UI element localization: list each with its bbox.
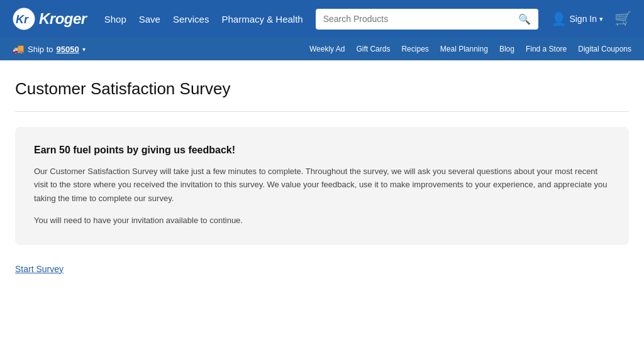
page-title: Customer Satisfaction Survey xyxy=(15,79,629,99)
survey-card: Earn 50 fuel points by giving us feedbac… xyxy=(15,127,629,245)
truck-icon: 🚚 xyxy=(13,43,25,55)
ship-chevron: ▾ xyxy=(82,46,86,53)
ship-to-area[interactable]: 🚚 Ship to 95050 ▾ xyxy=(13,43,86,55)
weekly-ad-link[interactable]: Weekly Ad xyxy=(309,45,345,53)
person-icon: 👤 xyxy=(551,11,567,26)
main-content: Customer Satisfaction Survey Earn 50 fue… xyxy=(0,60,644,299)
secondary-nav: 🚚 Ship to 95050 ▾ Weekly Ad Gift Cards R… xyxy=(0,38,644,60)
nav-shop[interactable]: Shop xyxy=(104,14,126,25)
kroger-logo-icon: Kr xyxy=(13,8,35,30)
nav-links: Shop Save Services Pharmacy & Health xyxy=(104,14,303,25)
svg-text:Kr: Kr xyxy=(16,13,29,26)
gift-cards-link[interactable]: Gift Cards xyxy=(356,45,390,53)
top-nav: Kr Kroger Shop Save Services Pharmacy & … xyxy=(0,0,644,38)
search-bar: 🔍 xyxy=(316,9,539,30)
sign-in-label: Sign In xyxy=(569,14,597,24)
brand-name: Kroger xyxy=(39,10,87,28)
nav-save[interactable]: Save xyxy=(139,14,160,25)
start-survey-link[interactable]: Start Survey xyxy=(15,264,64,274)
secondary-links: Weekly Ad Gift Cards Recipes Meal Planni… xyxy=(309,45,631,53)
ship-prefix: Ship to xyxy=(28,45,53,54)
nav-pharmacy[interactable]: Pharmacy & Health xyxy=(221,14,303,25)
nav-services[interactable]: Services xyxy=(173,14,209,25)
zip-code: 95050 xyxy=(56,45,79,54)
recipes-link[interactable]: Recipes xyxy=(401,45,428,53)
card-note: You will need to have your invitation av… xyxy=(34,214,610,227)
cart-button[interactable]: 🛒 xyxy=(614,11,631,27)
divider xyxy=(15,111,629,112)
nav-right: 👤 Sign In ▾ 🛒 xyxy=(551,11,631,27)
card-headline: Earn 50 fuel points by giving us feedbac… xyxy=(34,145,610,156)
blog-link[interactable]: Blog xyxy=(499,45,514,53)
search-icon[interactable]: 🔍 xyxy=(518,13,531,25)
logo[interactable]: Kr Kroger xyxy=(13,8,87,30)
digital-coupons-link[interactable]: Digital Coupons xyxy=(578,45,631,53)
sign-in-chevron: ▾ xyxy=(599,15,603,23)
find-store-link[interactable]: Find a Store xyxy=(526,45,567,53)
meal-planning-link[interactable]: Meal Planning xyxy=(440,45,488,53)
search-input[interactable] xyxy=(323,14,514,24)
card-body: Our Customer Satisfaction Survey will ta… xyxy=(34,165,610,205)
sign-in-button[interactable]: 👤 Sign In ▾ xyxy=(551,11,603,26)
